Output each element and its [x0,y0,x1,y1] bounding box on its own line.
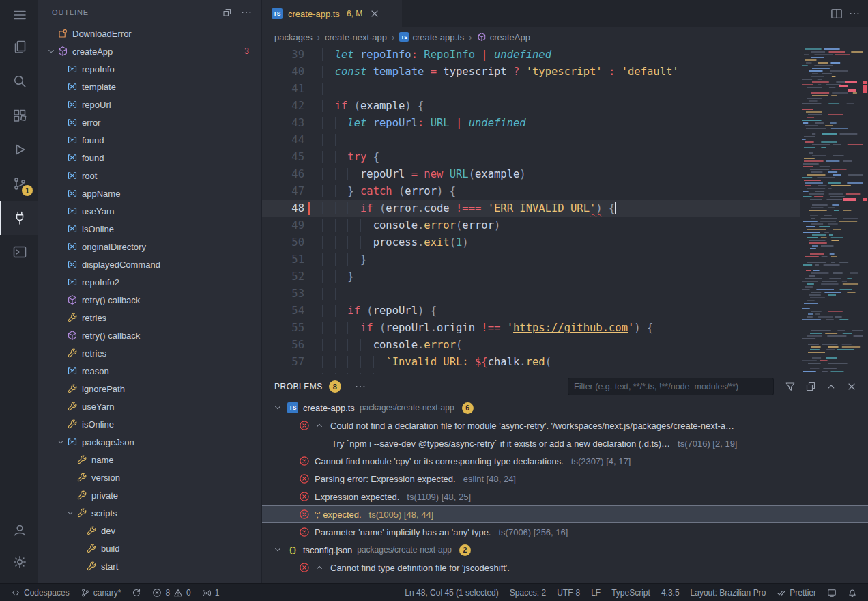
tab-close-button[interactable] [368,7,381,20]
overview-ruler[interactable] [863,46,868,374]
status-cursor-position[interactable]: Ln 48, Col 45 (1 selected) [399,584,504,601]
outline-item-isonline[interactable]: isOnline [38,415,261,433]
outline-item-displayedcommand[interactable]: displayedCommand [38,255,261,273]
status-screencast[interactable] [822,584,842,601]
problem-row-7[interactable]: Parameter 'name' implicitly has an 'any'… [262,523,868,541]
status-ports[interactable]: 1 [197,584,225,601]
outline-item-retry-callback[interactable]: retry() callback [38,291,261,309]
problem-row-1[interactable]: Could not find a declaration file for mo… [262,417,868,434]
breadcrumb-packages[interactable]: packages [274,32,313,42]
minimap[interactable] [800,46,863,374]
code-line-45[interactable]: 45 try { [262,149,800,166]
code-editor[interactable]: 39 let repoInfo: RepoInfo | undefined40 … [262,46,868,374]
tab-problems[interactable]: PROBLEMS 8 [274,380,341,393]
problem-row-5[interactable]: Expression expected.ts(1109) [48, 25] [262,488,868,505]
activity-search[interactable] [0,64,38,98]
code-line-49[interactable]: 49 console.error(error) [262,217,800,234]
code-line-53[interactable]: 53 [262,285,800,303]
code-line-44[interactable]: 44 [262,132,800,149]
status-indentation[interactable]: Spaces: 2 [504,584,551,601]
outline-item-error[interactable]: error [38,113,261,131]
code-line-48[interactable]: 48 if (error.code !=== 'ERR_INVALID_URL'… [262,200,800,217]
code-line-56[interactable]: 56 console.error( [262,337,800,354]
outline-item-repoinfo[interactable]: repoInfo [38,60,261,78]
activity-extensions[interactable] [0,98,38,132]
code-line-42[interactable]: 42 if (example) { [262,98,800,115]
outline-more-button[interactable] [238,4,255,20]
code-line-52[interactable]: 52 } [262,268,800,285]
problem-row-4[interactable]: Parsing error: Expression expected.eslin… [262,470,868,488]
maximize-panel-button[interactable] [823,378,839,395]
outline-item-name[interactable]: name [38,451,261,469]
outline-item-useyarn[interactable]: useYarn [38,202,261,220]
status-git-branch[interactable]: canary* [75,584,127,601]
code-line-51[interactable]: 51 } [262,251,800,268]
code-line-40[interactable]: 40 const template = typescript ? 'typesc… [262,64,800,81]
outline-item-downloaderror[interactable]: DownloadError [38,25,261,42]
breadcrumb-create-app-ts[interactable]: TScreate-app.ts [399,32,464,42]
problem-row-6[interactable]: ';' expected.ts(1005) [48, 44] [262,505,868,523]
outline-item-useyarn[interactable]: useYarn [38,397,261,415]
breadcrumb-createapp[interactable]: createApp [477,32,530,42]
outline-item-found[interactable]: found [38,131,261,149]
activity-terminal[interactable] [0,235,38,269]
outline-item-appname[interactable]: appName [38,184,261,202]
outline-item-found[interactable]: found [38,149,261,167]
outline-item-start[interactable]: start [38,557,261,575]
outline-item-root[interactable]: root [38,167,261,184]
outline-item-retry-callback[interactable]: retry() callback [38,326,261,344]
problem-group-create-app-ts[interactable]: TScreate-app.tspackages/create-next-app6 [262,399,868,417]
outline-item-repoinfo2[interactable]: repoInfo2 [38,273,261,291]
outline-item-reason[interactable]: reason [38,362,261,380]
outline-item-ignorepath[interactable]: ignorePath [38,380,261,397]
editor-more-button[interactable] [846,5,863,22]
view-as-table-button[interactable] [802,378,819,395]
status-problems-summary[interactable]: 80 [147,584,196,601]
code-line-39[interactable]: 39 let repoInfo: RepoInfo | undefined [262,46,800,64]
outline-item-repourl[interactable]: repoUrl [38,96,261,113]
code-line-57[interactable]: 57 `Invalid URL: ${chalk.red( [262,354,800,371]
outline-item-createapp[interactable]: createApp3 [38,42,261,60]
outline-item-build[interactable]: build [38,540,261,557]
code-line-55[interactable]: 55 if (repoUrl.origin !== 'https://githu… [262,320,800,337]
outline-item-version[interactable]: version [38,469,261,486]
status-language-mode[interactable]: TypeScript [606,584,656,601]
code-line-50[interactable]: 50 process.exit(1) [262,234,800,251]
outline-item-private[interactable]: private [38,486,261,504]
editor-tab-create-app[interactable]: TS create-app.ts 6, M [262,0,402,27]
status-notifications[interactable] [842,584,863,601]
activity-run-debug[interactable] [0,132,38,167]
code-line-46[interactable]: 46 repoUrl = new URL(example) [262,166,800,183]
status-remote-codespaces[interactable]: Codespaces [5,584,75,601]
code-line-58[interactable]: 58 `"${example}"` [262,371,800,374]
status-encoding[interactable]: UTF-8 [551,584,585,601]
problem-row-8[interactable]: Cannot find type definition file for 'js… [262,559,868,576]
code-line-54[interactable]: 54 if (repoUrl) { [262,303,800,320]
outline-item-isonline[interactable]: isOnline [38,220,261,238]
close-panel-button[interactable] [843,378,860,395]
collapse-all-button[interactable] [219,4,235,20]
problem-row-2[interactable]: Try `npm i --save-dev @types/async-retry… [262,434,868,452]
status-ts-version[interactable]: 4.3.5 [656,584,685,601]
problem-row-9[interactable]: The file is in the program because: [262,576,868,583]
outline-item-scripts[interactable]: scripts [38,504,261,522]
outline-item-packagejson[interactable]: packageJson [38,433,261,451]
activity-plug[interactable] [0,201,38,235]
outline-item-dev[interactable]: dev [38,522,261,540]
problem-row-3[interactable]: Cannot find module 'cpy' or its correspo… [262,452,868,470]
split-editor-button[interactable] [828,5,845,22]
status-layout[interactable]: Layout: Brazilian Pro [685,584,772,601]
status-formatter-prettier[interactable]: Prettier [771,584,822,601]
problems-filter-input[interactable] [574,382,768,391]
code-line-41[interactable]: 41 [262,81,800,98]
activity-source-control[interactable]: 1 [0,167,38,201]
outline-item-originaldirectory[interactable]: originalDirectory [38,238,261,255]
panel-more-button[interactable] [352,378,368,395]
code-line-47[interactable]: 47 } catch (error) { [262,183,800,200]
outline-item-retries[interactable]: retries [38,309,261,326]
status-eol[interactable]: LF [585,584,606,601]
outline-item-retries[interactable]: retries [38,344,261,362]
problem-group-tsconfig-json[interactable]: {}tsconfig.jsonpackages/create-next-app2 [262,541,868,559]
activity-account[interactable] [0,515,38,545]
activity-menu[interactable] [0,0,38,30]
